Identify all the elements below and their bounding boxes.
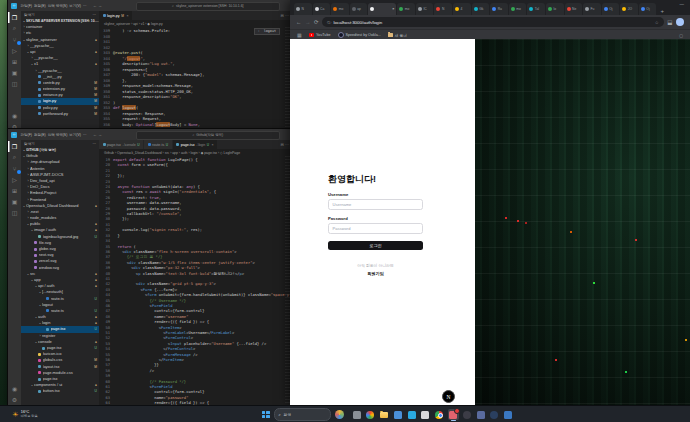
source-control-icon[interactable]: ⑂	[8, 34, 21, 45]
bookmark-star-icon[interactable]: ☆	[655, 20, 659, 25]
back-icon[interactable]: ←	[296, 19, 302, 25]
cloud-app-icon[interactable]	[448, 409, 459, 420]
command-center-search[interactable]: ⌕ skyline_apiserver extension [SSH: 10.1…	[136, 2, 280, 12]
run-debug-icon[interactable]: ▷	[8, 174, 21, 185]
menu-item[interactable]: 선택 영역(S)	[47, 133, 69, 137]
username-input[interactable]: Username	[328, 199, 423, 210]
find-widget[interactable]: › logout	[254, 28, 280, 35]
explorer-file[interactable]: portforward.pyM	[21, 111, 99, 117]
code-editor[interactable]: 19export default function LogInPage() {2…	[99, 156, 292, 405]
bookmark-youtube[interactable]: YouTube	[309, 33, 331, 37]
run-debug-icon[interactable]: ▷	[8, 45, 21, 56]
remote-explorer-icon[interactable]: ▣	[8, 67, 21, 78]
browser-tab[interactable]: ×	[368, 3, 396, 15]
editor-tab-page.tsx[interactable]: page.tsx..\loginU×	[173, 140, 219, 149]
editor-tab-login.py[interactable]: login.pyM×	[99, 11, 133, 20]
menu-item[interactable]: ⋯	[82, 4, 88, 8]
browser-tab[interactable]: N	[294, 3, 312, 15]
command-center-search[interactable]: ⌕ Github(작업 영역)	[136, 131, 280, 141]
menu-item[interactable]: 보기(V)	[68, 4, 82, 8]
source-control-icon[interactable]: ⑂	[8, 163, 21, 174]
browser-tab[interactable]: mo	[509, 3, 527, 15]
close-icon[interactable]: ×	[126, 14, 128, 18]
signup-link[interactable]: 회원가입	[328, 271, 423, 276]
reload-icon[interactable]: ⟳	[314, 19, 319, 25]
password-input[interactable]: Password	[328, 223, 423, 234]
menu-item[interactable]: ⋯	[82, 133, 88, 137]
browser-tab[interactable]: Oj	[602, 3, 620, 15]
remote-desktop-icon[interactable]	[351, 409, 362, 420]
accounts-icon[interactable]: ◉	[8, 110, 21, 121]
side-panel-icon[interactable]: ⬓	[667, 19, 672, 25]
browser-tab[interactable]: Gk	[472, 3, 490, 15]
site-info-icon[interactable]: ⓘ	[327, 20, 331, 25]
settings-gear-icon[interactable]: ⚙	[8, 394, 21, 405]
nav-arrows[interactable]: ← →	[93, 132, 102, 137]
browser-tab[interactable]: IC	[416, 3, 434, 15]
browser-tab[interactable]: N	[434, 3, 452, 15]
start-button[interactable]	[262, 411, 270, 419]
browser-tab[interactable]: Fu	[583, 3, 601, 15]
search-icon[interactable]: ⌕	[8, 23, 21, 34]
docker-icon[interactable]: ◫	[8, 78, 21, 89]
editor-tab-route.ts[interactable]: route.tsU	[144, 140, 173, 149]
explorer-icon[interactable]: ❐	[8, 141, 21, 152]
extensions-icon[interactable]: ⊞	[8, 56, 21, 67]
obs-icon[interactable]	[461, 409, 472, 420]
explorer-icon[interactable]: ❐	[8, 12, 21, 23]
reading-list-icon[interactable]: ▢	[679, 33, 683, 38]
remote-explorer-icon[interactable]: ▣	[8, 196, 21, 207]
vscode-window-skyline[interactable]: ‹› 파일(F)편집(E)선택 영역(S)보기(V)⋯ ← → ⌕ skylin…	[8, 0, 292, 132]
nav-arrows[interactable]: ← →	[93, 3, 102, 8]
explorer-more-icon[interactable]: ⋯	[93, 142, 97, 146]
login-button[interactable]: 로그인	[328, 241, 423, 250]
browser-tab[interactable]: Oj	[639, 3, 657, 15]
forward-icon[interactable]: →	[305, 19, 311, 25]
vscode-icon[interactable]	[406, 409, 417, 420]
menu-item[interactable]: 편집(E)	[33, 4, 47, 8]
chrome-icon[interactable]	[434, 409, 445, 420]
browser-tab[interactable]: Tal	[527, 3, 545, 15]
address-bar[interactable]: ⓘ localhost:3000/auth/login ☆	[322, 17, 664, 27]
bookmark-speedtest[interactable]: Speedtest by Ookla...	[338, 32, 381, 38]
nextjs-dev-badge[interactable]: N	[442, 390, 455, 403]
docker-icon[interactable]: ◫	[8, 207, 21, 218]
bookmark-folder[interactable]: 새 폴더	[388, 33, 407, 38]
photos-app-icon[interactable]	[503, 409, 514, 420]
breadcrumb[interactable]: skyline_apiserver › api › v1 › ◆ login.p…	[99, 20, 292, 27]
dev-app-icon[interactable]	[475, 409, 486, 420]
steam-icon[interactable]	[489, 409, 500, 420]
notepad-icon[interactable]	[420, 409, 431, 420]
browser-tab[interactable]: Ru	[490, 3, 508, 15]
explorer-file[interactable]: button.tsxU	[21, 388, 99, 394]
editor-tab-page.tsx[interactable]: page.tsx..\consoleU	[99, 140, 144, 149]
menu-item[interactable]: 보기(V)	[68, 133, 82, 137]
vscode-window-github[interactable]: ‹› 파일(F)편집(E)선택 영역(S)보기(V)⋯ ← → ⌕ Github…	[8, 129, 292, 405]
taskbar-weather-widget[interactable]: ☀ 16°C 대체로 맑음	[12, 410, 38, 418]
window-minimize-button[interactable]: —	[680, 2, 688, 7]
edge-browser-icon[interactable]	[365, 409, 376, 420]
browser-window[interactable]: NCamoap×moICN4GkRumoTalloNeFuOjJOOj+ — ←…	[290, 0, 690, 405]
apps-grid-icon[interactable]: ▦	[297, 33, 302, 38]
menu-item[interactable]: 편집(E)	[33, 133, 47, 137]
file-explorer-icon[interactable]	[379, 409, 390, 420]
close-icon[interactable]: ×	[392, 7, 394, 11]
new-tab-button[interactable]: +	[660, 8, 664, 14]
browser-tab[interactable]: Ca	[313, 3, 331, 15]
browser-tab[interactable]: Ne	[565, 3, 583, 15]
profile-avatar[interactable]	[676, 18, 684, 26]
browser-tab[interactable]: JO	[620, 3, 638, 15]
close-icon[interactable]: ×	[212, 143, 214, 147]
browser-tab[interactable]: 4	[453, 3, 471, 15]
menu-item[interactable]: 파일(F)	[20, 4, 33, 8]
code-editor[interactable]: › logout 339 ) -> schemas.Profile:340341…	[99, 27, 292, 132]
search-icon[interactable]: ⌕	[8, 152, 21, 163]
search-highlights-icon[interactable]	[335, 410, 344, 419]
browser-tab[interactable]: mo	[331, 3, 349, 15]
mail-app-icon[interactable]	[392, 409, 403, 420]
menu-item[interactable]: 선택 영역(S)	[47, 4, 69, 8]
browser-tab[interactable]: ap	[350, 3, 368, 15]
taskbar-search[interactable]: ⌕ 검색	[274, 408, 331, 421]
accounts-icon[interactable]: ◉	[8, 383, 21, 394]
breadcrumb[interactable]: Github › Openstack_Dloud-Dashboard › src…	[99, 149, 292, 156]
